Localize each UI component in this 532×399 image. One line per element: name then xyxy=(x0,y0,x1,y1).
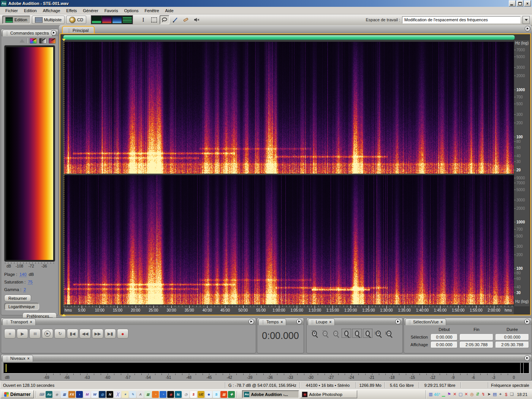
restore-button[interactable] xyxy=(516,0,523,6)
quicklaunch-person-icon[interactable]: ☻ xyxy=(205,391,212,398)
affichage-duree-field[interactable]: 2:05:30.788 xyxy=(496,342,529,348)
level-meter[interactable] xyxy=(3,363,529,374)
playhead-line[interactable] xyxy=(64,40,65,305)
workspace-value[interactable]: Modification de l'espacement des fréquen… xyxy=(402,16,521,24)
zoom-in-horizontal-button[interactable]: + xyxy=(310,329,319,338)
quicklaunch-onenote-icon[interactable]: M xyxy=(84,391,90,398)
marquee-selection-tool-button[interactable] xyxy=(149,15,159,24)
close-panel-icon[interactable]: × xyxy=(280,320,283,324)
menu-item[interactable]: Effets xyxy=(63,8,80,14)
time-ruler[interactable]: 5:0010:0015:0020:0025:0030:0035:0040:004… xyxy=(64,305,514,314)
affichage-fin-field[interactable]: 2:05:30.788 xyxy=(460,342,493,348)
play-from-cursor-button[interactable]: ▶ xyxy=(42,329,53,339)
frequency-axis[interactable]: 7000500030002000100070050030020010080604… xyxy=(514,40,529,306)
color-picker-icon[interactable] xyxy=(30,38,37,44)
panel-grip[interactable] xyxy=(6,320,8,324)
tray-minimized-icon[interactable]: ▁ xyxy=(441,392,446,397)
panel-menu-button[interactable] xyxy=(51,30,57,36)
retourner-button[interactable]: Retourner xyxy=(4,294,31,302)
pause-button[interactable]: ▮▮ xyxy=(29,329,41,339)
zoom-out-full-button[interactable]: − xyxy=(331,329,340,338)
close-button[interactable]: × xyxy=(524,0,531,6)
tray-update-icon[interactable]: ⇵ xyxy=(475,392,480,397)
zoom-to-selection-button[interactable] xyxy=(342,329,351,338)
tray-flag-icon[interactable]: ⚑ xyxy=(446,392,451,397)
go-to-start-button[interactable]: ▮◀ xyxy=(67,329,78,339)
close-panel-icon[interactable]: × xyxy=(30,320,32,324)
workspace-dropdown-button[interactable] xyxy=(522,16,530,24)
tray-lightning-icon[interactable]: ↯ xyxy=(481,392,486,397)
gradient-picker-icon[interactable] xyxy=(49,38,56,44)
zoom-in-edge-right-button[interactable] xyxy=(363,329,372,338)
quicklaunch-calculator-icon[interactable]: ▦ xyxy=(61,391,68,398)
menu-item[interactable]: Affichage xyxy=(40,8,63,14)
panel-menu-button[interactable] xyxy=(296,319,302,325)
principal-tab[interactable]: Principal xyxy=(62,26,95,34)
quicklaunch-language-icon[interactable]: ⌨ xyxy=(38,391,45,398)
fast-forward-button[interactable]: ▶▶ xyxy=(92,329,103,339)
menu-item[interactable]: Fichier xyxy=(2,8,21,14)
close-panel-icon[interactable]: × xyxy=(440,320,443,324)
panel-grip[interactable] xyxy=(6,31,8,35)
quicklaunch-pen-icon[interactable]: ✎ xyxy=(129,391,136,398)
stop-button[interactable]: ■ xyxy=(4,329,16,339)
task-window-button[interactable]: Au Adobe Audition -... xyxy=(242,390,299,398)
tray-sound-icon[interactable]: ◎ xyxy=(469,392,474,397)
close-panel-icon[interactable]: × xyxy=(27,356,30,361)
play-button[interactable]: ▶ xyxy=(17,329,28,339)
spectral-pan-view-button[interactable] xyxy=(112,16,122,24)
effects-paintbrush-tool-button[interactable] xyxy=(170,15,180,24)
tray-display-icon[interactable]: ▤ xyxy=(492,392,497,397)
gamma-value[interactable]: 2 xyxy=(24,287,26,292)
close-panel-icon[interactable]: × xyxy=(329,320,332,324)
tray-network-icon[interactable]: ▢ xyxy=(458,392,463,397)
quicklaunch-money-icon[interactable]: $ xyxy=(190,391,197,398)
rewind-button[interactable]: ◀◀ xyxy=(79,329,91,339)
menu-item[interactable]: Edition xyxy=(21,8,40,14)
playhead-top-marker[interactable] xyxy=(62,39,66,41)
tray-cursor-icon[interactable]: ➤ xyxy=(486,392,491,397)
quicklaunch-tc-icon[interactable]: tc xyxy=(175,391,182,398)
panel-menu-button[interactable] xyxy=(249,319,254,325)
quicklaunch-media-icon[interactable]: ◉ xyxy=(53,391,60,398)
tray-network-error2-icon[interactable]: ✕ xyxy=(464,392,469,397)
panel-grip[interactable] xyxy=(262,320,264,324)
task-window-button[interactable]: ◉ Adobe Photoshop xyxy=(300,390,357,398)
spectral-frequency-view-button[interactable] xyxy=(102,16,112,24)
quicklaunch-fx-icon[interactable]: FX xyxy=(68,391,75,398)
plage-value[interactable]: 140 xyxy=(19,272,26,277)
quicklaunch-netscape-icon[interactable]: N xyxy=(106,391,113,398)
saturation-value[interactable]: 75 xyxy=(28,280,32,285)
quicklaunch-pdf-icon[interactable]: ▦ xyxy=(220,391,227,398)
zoom-in-edge-left-button[interactable] xyxy=(352,329,362,338)
tray-money-icon[interactable]: $ xyxy=(504,392,508,397)
panel-menu-button[interactable] xyxy=(524,319,530,325)
quicklaunch-skype-icon[interactable]: S xyxy=(213,391,220,398)
zoom-out-vertical-button[interactable]: − xyxy=(384,329,394,338)
panel-grip[interactable] xyxy=(68,28,71,33)
quicklaunch-ultraedit-icon[interactable]: UE xyxy=(198,391,204,398)
selection-debut-field[interactable]: 0:00.000 xyxy=(431,334,458,340)
spectral-phase-view-button[interactable] xyxy=(122,16,132,24)
panel-grip[interactable] xyxy=(6,356,8,361)
quicklaunch-word-icon[interactable]: W xyxy=(91,391,98,398)
quicklaunch-planet-icon[interactable]: ◍ xyxy=(99,391,106,398)
multipiste-mode-button[interactable]: Multipiste xyxy=(32,16,65,24)
panel-grip[interactable] xyxy=(408,320,411,324)
go-to-end-button[interactable]: ▶▮ xyxy=(104,329,116,339)
quicklaunch-compass-icon[interactable]: ✴ xyxy=(122,391,128,398)
cd-mode-button[interactable]: CD xyxy=(66,16,86,24)
quicklaunch-clock-icon[interactable]: ◷ xyxy=(182,391,189,398)
menu-item[interactable]: Fenêtre xyxy=(142,8,162,14)
quicklaunch-acrobat-icon[interactable]: A xyxy=(137,391,144,398)
tray-network-error-icon[interactable]: ✕ xyxy=(452,392,457,397)
panel-grip[interactable] xyxy=(311,320,314,324)
quicklaunch-green-icon[interactable]: ✚ xyxy=(228,391,235,398)
scrub-tool-button[interactable] xyxy=(192,15,201,24)
panel-menu-button[interactable] xyxy=(395,319,401,325)
logarithmique-button[interactable]: Logarithmique xyxy=(4,303,39,310)
lasso-selection-tool-button[interactable] xyxy=(160,15,169,24)
menu-item[interactable]: Favoris xyxy=(101,8,121,14)
tray-mouse-icon[interactable]: ⌖ xyxy=(498,392,503,397)
time-selection-tool-button[interactable]: Ι xyxy=(138,15,148,24)
